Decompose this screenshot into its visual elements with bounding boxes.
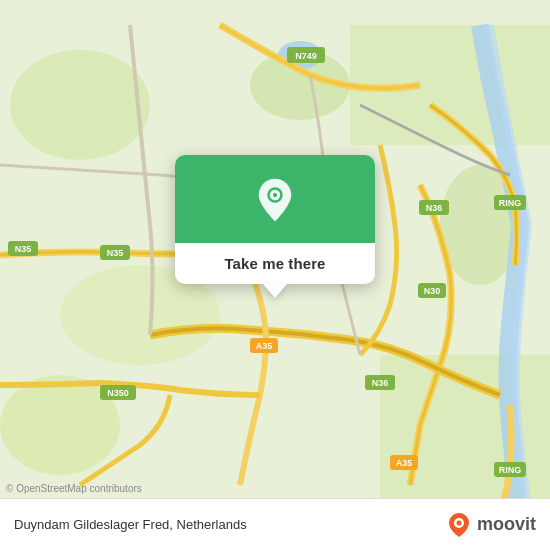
svg-text:N36: N36 bbox=[372, 378, 389, 388]
popup-triangle bbox=[263, 284, 287, 298]
svg-text:N35: N35 bbox=[15, 244, 32, 254]
popup-green-header bbox=[175, 155, 375, 243]
moovit-pin-icon bbox=[445, 511, 473, 539]
map-container[interactable]: N749 N35 N35 N36 N36 A35 A35 N350 RING R… bbox=[0, 0, 550, 550]
svg-text:N350: N350 bbox=[107, 388, 129, 398]
moovit-text: moovit bbox=[477, 514, 536, 535]
moovit-logo: moovit bbox=[445, 511, 536, 539]
bottom-bar: Duyndam Gildeslager Fred, Netherlands mo… bbox=[0, 498, 550, 550]
svg-text:RING: RING bbox=[499, 198, 522, 208]
svg-point-35 bbox=[456, 520, 461, 525]
svg-point-1 bbox=[10, 50, 150, 160]
location-pin-icon bbox=[251, 177, 299, 225]
svg-text:N35: N35 bbox=[107, 248, 124, 258]
svg-text:A35: A35 bbox=[396, 458, 413, 468]
location-info: Duyndam Gildeslager Fred, Netherlands bbox=[14, 517, 247, 532]
svg-point-33 bbox=[273, 193, 277, 197]
svg-text:N30: N30 bbox=[424, 286, 441, 296]
svg-text:N36: N36 bbox=[426, 203, 443, 213]
svg-text:RING: RING bbox=[499, 465, 522, 475]
copyright-text: © OpenStreetMap contributors bbox=[6, 483, 142, 494]
popup-card: Take me there bbox=[175, 155, 375, 284]
popup-button-section[interactable]: Take me there bbox=[175, 243, 375, 284]
svg-text:N749: N749 bbox=[295, 51, 317, 61]
place-name: Duyndam Gildeslager Fred, Netherlands bbox=[14, 517, 247, 532]
take-me-there-button[interactable]: Take me there bbox=[224, 255, 325, 272]
svg-text:A35: A35 bbox=[256, 341, 273, 351]
